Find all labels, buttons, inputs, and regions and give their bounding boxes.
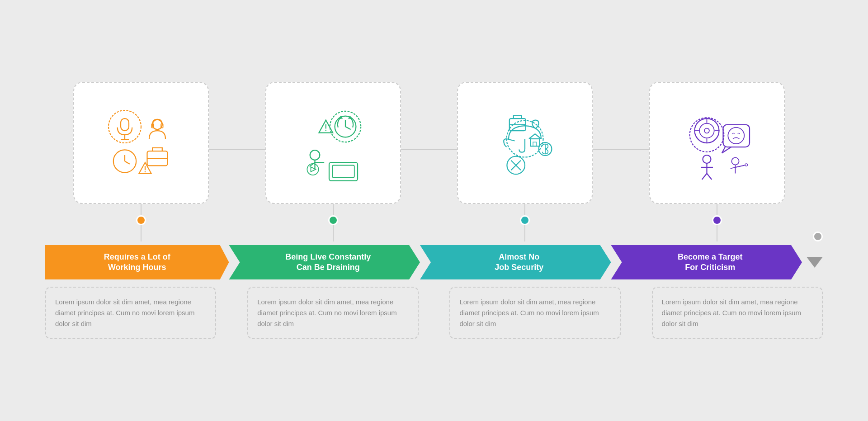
text-1: Lorem ipsum dolor sit dim amet, mea regi… — [55, 297, 206, 329]
svg-point-56 — [745, 164, 747, 166]
svg-point-21 — [325, 130, 326, 131]
arrow-label-3: Almost No Job Security — [495, 252, 543, 273]
arrow-label-2: Being Live Constantly Can Be Draining — [285, 252, 371, 273]
svg-point-40 — [699, 123, 714, 138]
card-col-3 — [429, 82, 621, 241]
dot-4 — [712, 215, 722, 225]
svg-rect-31 — [531, 139, 540, 146]
text-3: Lorem ipsum dolor sit dim amet, mea regi… — [459, 297, 610, 329]
svg-line-55 — [730, 167, 735, 169]
svg-line-50 — [707, 174, 712, 180]
svg-point-41 — [704, 128, 709, 133]
svg-point-53 — [731, 157, 739, 165]
svg-point-46 — [703, 155, 711, 163]
arrow-row: Requires a Lot of Working Hours Being Li… — [45, 245, 823, 279]
full-layout: Requires a Lot of Working Hours Being Li… — [45, 82, 823, 339]
vline-4b — [717, 225, 717, 241]
card-col-1 — [45, 82, 237, 241]
end-chevron-wrapper — [807, 257, 823, 268]
icon-card-3 — [457, 82, 593, 204]
text-block-4: Lorem ipsum dolor sit dim amet, mea regi… — [652, 287, 823, 339]
dot-1 — [136, 215, 146, 225]
icon-card-2 — [265, 82, 401, 204]
arrow-banner-4: Become a Target For Criticism — [611, 245, 802, 279]
svg-rect-1 — [121, 118, 129, 131]
infographic: Requires a Lot of Working Hours Being Li… — [27, 64, 841, 357]
text-block-2: Lorem ipsum dolor sit dim amet, mea regi… — [247, 287, 418, 339]
text-row: Lorem ipsum dolor sit dim amet, mea regi… — [45, 287, 823, 339]
card-col-4 — [621, 82, 813, 241]
arrow-label-4: Become a Target For Criticism — [678, 252, 743, 273]
svg-point-52 — [728, 128, 744, 144]
down-chevron-icon — [807, 257, 823, 268]
svg-line-49 — [702, 174, 707, 180]
text-4: Lorem ipsum dolor sit dim amet, mea regi… — [662, 297, 813, 329]
vline-3b — [524, 225, 525, 241]
text-2: Lorem ipsum dolor sit dim amet, mea regi… — [257, 297, 408, 329]
arrow-banner-3: Almost No Job Security — [420, 245, 611, 279]
svg-line-11 — [125, 161, 130, 164]
arrow-banner-1: Requires a Lot of Working Hours — [45, 245, 229, 279]
text-block-3: Lorem ipsum dolor sit dim amet, mea regi… — [449, 287, 620, 339]
text-block-1: Lorem ipsum dolor sit dim amet, mea regi… — [45, 287, 216, 339]
svg-point-25 — [307, 164, 318, 175]
dot-3 — [520, 215, 530, 225]
arrow-banner-2: Being Live Constantly Can Be Draining — [229, 245, 420, 279]
icon-card-4 — [649, 82, 785, 204]
svg-line-17 — [345, 127, 351, 129]
vline-1b — [141, 225, 142, 241]
svg-rect-32 — [533, 142, 536, 146]
vline-2b — [333, 225, 334, 241]
arrow-label-1: Requires a Lot of Working Hours — [104, 252, 170, 273]
svg-rect-24 — [332, 166, 354, 178]
icon-card-1 — [73, 82, 209, 204]
svg-point-22 — [310, 150, 320, 160]
dot-2 — [328, 215, 338, 225]
svg-point-13 — [145, 171, 146, 173]
card-col-2 — [237, 82, 429, 241]
